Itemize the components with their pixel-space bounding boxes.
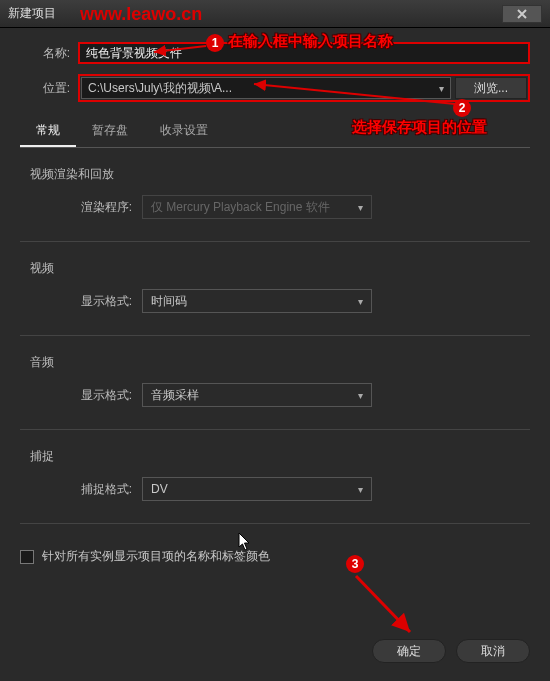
divider [20, 335, 530, 336]
section-video-title: 视频 [30, 260, 530, 277]
location-dropdown[interactable]: C:\Users\July\我的视频\A... ▾ [81, 77, 451, 99]
dialog-content: 名称: 位置: C:\Users\July\我的视频\A... ▾ 浏览... … [0, 28, 550, 681]
divider [20, 241, 530, 242]
name-row: 名称: [20, 42, 530, 64]
renderer-label: 渲染程序: [20, 199, 132, 216]
capture-format-select[interactable]: DV ▾ [142, 477, 372, 501]
close-button[interactable] [502, 5, 542, 23]
project-name-input[interactable] [78, 42, 530, 64]
renderer-value: 仅 Mercury Playback Engine 软件 [151, 199, 330, 216]
audio-format-value: 音频采样 [151, 387, 199, 404]
chevron-down-icon: ▾ [358, 484, 363, 495]
ok-button[interactable]: 确定 [372, 639, 446, 663]
chevron-down-icon: ▾ [358, 390, 363, 401]
chevron-down-icon: ▾ [358, 202, 363, 213]
section-capture-title: 捕捉 [30, 448, 530, 465]
window-title: 新建项目 [8, 5, 56, 22]
section-render-title: 视频渲染和回放 [30, 166, 530, 183]
section-audio-title: 音频 [30, 354, 530, 371]
video-format-select[interactable]: 时间码 ▾ [142, 289, 372, 313]
tab-ingest[interactable]: 收录设置 [144, 116, 224, 147]
dialog-buttons: 确定 取消 [372, 639, 530, 663]
chevron-down-icon: ▾ [358, 296, 363, 307]
video-format-row: 显示格式: 时间码 ▾ [20, 289, 530, 313]
location-label: 位置: [20, 80, 70, 97]
name-label: 名称: [20, 45, 70, 62]
location-value: C:\Users\July\我的视频\A... [88, 80, 232, 97]
tab-scratch[interactable]: 暂存盘 [76, 116, 144, 147]
checkbox-label: 针对所有实例显示项目项的名称和标签颜色 [42, 548, 270, 565]
capture-format-row: 捕捉格式: DV ▾ [20, 477, 530, 501]
capture-format-label: 捕捉格式: [20, 481, 132, 498]
location-row: 位置: C:\Users\July\我的视频\A... ▾ 浏览... [20, 74, 530, 102]
location-highlight: C:\Users\July\我的视频\A... ▾ 浏览... [78, 74, 530, 102]
cancel-button[interactable]: 取消 [456, 639, 530, 663]
renderer-row: 渲染程序: 仅 Mercury Playback Engine 软件 ▾ [20, 195, 530, 219]
video-format-label: 显示格式: [20, 293, 132, 310]
audio-format-label: 显示格式: [20, 387, 132, 404]
show-names-checkbox-row: 针对所有实例显示项目项的名称和标签颜色 [20, 548, 530, 565]
tabs: 常规 暂存盘 收录设置 [20, 116, 530, 148]
audio-format-row: 显示格式: 音频采样 ▾ [20, 383, 530, 407]
close-icon [516, 8, 528, 20]
renderer-select: 仅 Mercury Playback Engine 软件 ▾ [142, 195, 372, 219]
show-names-checkbox[interactable] [20, 550, 34, 564]
divider [20, 429, 530, 430]
browse-button[interactable]: 浏览... [455, 77, 527, 99]
tab-general[interactable]: 常规 [20, 116, 76, 147]
video-format-value: 时间码 [151, 293, 187, 310]
divider [20, 523, 530, 524]
audio-format-select[interactable]: 音频采样 ▾ [142, 383, 372, 407]
titlebar: 新建项目 [0, 0, 550, 28]
chevron-down-icon: ▾ [439, 83, 444, 94]
capture-format-value: DV [151, 482, 168, 496]
